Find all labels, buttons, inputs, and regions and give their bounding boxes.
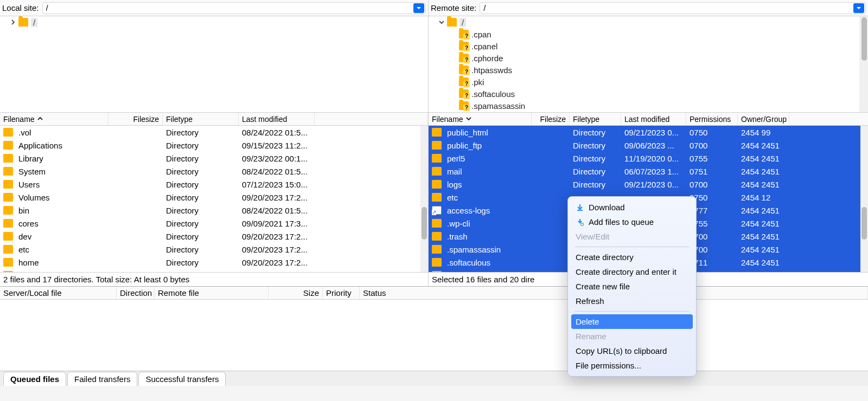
- file-name: dev: [18, 232, 31, 241]
- table-row[interactable]: Users Directory 07/12/2023 15:0...: [0, 178, 420, 191]
- folder-unknown-icon: [459, 101, 469, 110]
- folder-icon: [432, 180, 442, 189]
- remote-list-header[interactable]: Filename Filesize Filetype Last modified…: [429, 113, 868, 126]
- table-row[interactable]: public_html Directory 09/21/2023 0... 07…: [429, 126, 860, 139]
- table-row[interactable]: perl5 Directory 11/19/2020 0... 0755 245…: [429, 152, 860, 165]
- local-path-dropdown[interactable]: [413, 3, 424, 13]
- tree-item[interactable]: .cphorde: [429, 52, 868, 64]
- col-filename[interactable]: Filename: [0, 113, 108, 125]
- menu-download[interactable]: Download: [568, 200, 696, 215]
- remote-path-input[interactable]: [480, 3, 853, 12]
- remote-path-dropdown[interactable]: [853, 3, 864, 13]
- file-type: Directory: [163, 167, 239, 176]
- file-lastmod: 09/20/2023 17:2...: [239, 232, 315, 241]
- folder-icon: [3, 167, 13, 176]
- queue-header[interactable]: Server/Local file Direction Remote file …: [0, 287, 868, 300]
- file-owner: 2454 2451: [738, 232, 789, 241]
- col-lastmod[interactable]: Last modified: [239, 113, 315, 125]
- menu-create-directory[interactable]: Create directory: [568, 250, 696, 264]
- tab-successful-transfers[interactable]: Successful transfers: [138, 372, 226, 386]
- table-row[interactable]: System Directory 08/24/2022 01:5...: [0, 165, 420, 178]
- tree-item[interactable]: .cpanel: [429, 40, 868, 52]
- tab-queued-files[interactable]: Queued files: [3, 372, 66, 386]
- col-filesize[interactable]: Filesize: [108, 113, 163, 125]
- menu-file-permissions[interactable]: File permissions...: [568, 358, 696, 373]
- local-path-input[interactable]: [43, 3, 413, 12]
- file-name: logs: [447, 180, 462, 189]
- table-row[interactable]: cores Directory 09/09/2021 17:3...: [0, 217, 420, 230]
- tree-item-label: .spamassassin: [471, 101, 525, 111]
- chevron-right-icon[interactable]: [10, 19, 16, 25]
- local-list-header[interactable]: Filename Filesize Filetype Last modified: [0, 113, 428, 126]
- col-direction[interactable]: Direction: [117, 287, 155, 299]
- menu-delete[interactable]: Delete: [571, 314, 693, 329]
- menu-copy-url[interactable]: Copy URL(s) to clipboard: [568, 344, 696, 358]
- col-filetype[interactable]: Filetype: [570, 113, 621, 125]
- table-row[interactable]: Library Directory 09/23/2022 00:1...: [0, 152, 420, 165]
- menu-rename: Rename: [568, 329, 696, 344]
- tree-item[interactable]: .htpasswds: [429, 64, 868, 76]
- col-size[interactable]: Size: [269, 287, 323, 299]
- table-row[interactable]: etc Directory 09/20/2023 17:2...: [0, 243, 420, 256]
- folder-unknown-icon: [459, 66, 469, 74]
- table-row[interactable]: public_ftp Directory 09/06/2023 ... 0700…: [429, 139, 860, 152]
- remote-tree-root-label: /: [459, 18, 466, 27]
- col-owner[interactable]: Owner/Group: [738, 113, 789, 125]
- folder-icon: [432, 167, 442, 176]
- col-lastmod[interactable]: Last modified: [621, 113, 686, 125]
- folder-icon: [432, 154, 442, 163]
- download-icon: [576, 203, 584, 212]
- local-tree[interactable]: /: [0, 16, 428, 113]
- table-row[interactable]: logs Directory 09/21/2023 0... 0700 2454…: [429, 178, 860, 191]
- table-row[interactable]: mail Directory 06/07/2023 1... 0751 2454…: [429, 165, 860, 178]
- folder-icon: [3, 232, 13, 241]
- file-lastmod: 09/06/2023 ...: [621, 141, 686, 150]
- table-row[interactable]: Applications Directory 09/15/2023 11:2..…: [0, 139, 420, 152]
- file-name: home: [18, 258, 39, 267]
- folder-icon: [432, 128, 442, 137]
- col-server-file[interactable]: Server/Local file: [0, 287, 117, 299]
- folder-unknown-icon: [459, 30, 469, 38]
- table-row[interactable]: dev Directory 09/20/2023 17:2...: [0, 230, 420, 243]
- table-row[interactable]: opt Directory 09/09/2021 17:3...: [0, 269, 420, 272]
- remote-list-scrollbar[interactable]: [860, 126, 868, 272]
- chevron-down-icon[interactable]: [438, 19, 445, 25]
- remote-tree[interactable]: / .cpan.cpanel.cphorde.htpasswds.pki.sof…: [429, 16, 868, 113]
- col-filetype[interactable]: Filetype: [163, 113, 239, 125]
- tree-item[interactable]: .spamassassin: [429, 100, 868, 112]
- file-name: perl5: [447, 154, 465, 163]
- table-row[interactable]: bin Directory 08/24/2022 01:5...: [0, 204, 420, 217]
- col-filename[interactable]: Filename: [429, 113, 532, 125]
- remote-tree-scrollbar[interactable]: [859, 16, 868, 112]
- menu-create-new-file[interactable]: Create new file: [568, 279, 696, 294]
- local-tree-root[interactable]: /: [0, 16, 428, 28]
- local-list-scrollbar[interactable]: [420, 126, 428, 272]
- menu-separator: [575, 247, 690, 247]
- svg-rect-0: [577, 210, 583, 211]
- tab-failed-transfers[interactable]: Failed transfers: [67, 372, 137, 386]
- remote-tree-root[interactable]: /: [429, 16, 868, 28]
- file-lastmod: 07/12/2023 15:0...: [239, 180, 315, 189]
- table-row[interactable]: .vol Directory 08/24/2022 01:5...: [0, 126, 420, 139]
- queue-body[interactable]: [0, 300, 868, 371]
- col-priority[interactable]: Priority: [323, 287, 360, 299]
- menu-refresh[interactable]: Refresh: [568, 294, 696, 308]
- folder-icon: [447, 18, 457, 27]
- col-permissions[interactable]: Permissions: [686, 113, 738, 125]
- table-row[interactable]: Volumes Directory 09/20/2023 17:2...: [0, 191, 420, 204]
- file-lastmod: 09/20/2023 17:2...: [239, 258, 315, 267]
- col-filesize[interactable]: Filesize: [532, 113, 570, 125]
- tree-item[interactable]: .softaculous: [429, 88, 868, 100]
- tree-item[interactable]: .pki: [429, 76, 868, 88]
- table-row[interactable]: home Directory 09/20/2023 17:2...: [0, 256, 420, 269]
- folder-icon: [432, 245, 442, 254]
- col-remote-file[interactable]: Remote file: [155, 287, 269, 299]
- local-file-list[interactable]: Filename Filesize Filetype Last modified…: [0, 113, 428, 272]
- folder-icon: [3, 245, 13, 254]
- menu-create-directory-enter[interactable]: Create directory and enter it: [568, 264, 696, 279]
- file-type: Directory: [570, 141, 621, 150]
- file-permissions: 0750: [686, 128, 738, 137]
- file-type: Directory: [163, 219, 239, 228]
- menu-add-to-queue[interactable]: Add files to queue: [568, 215, 696, 229]
- tree-item[interactable]: .cpan: [429, 28, 868, 40]
